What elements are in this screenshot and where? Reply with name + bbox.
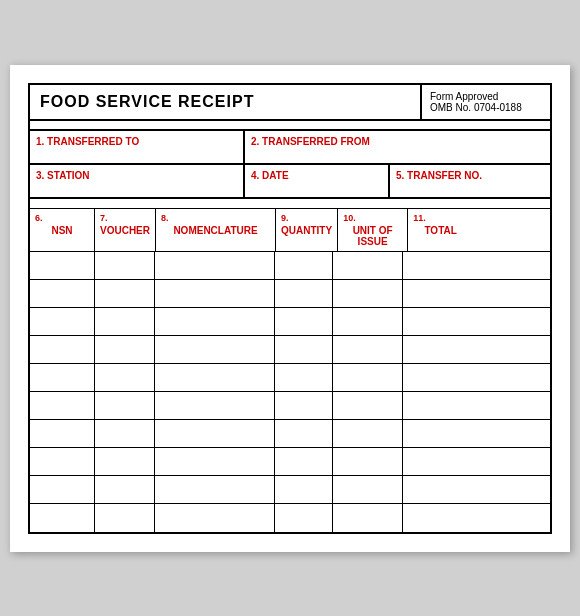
- cell-nsn[interactable]: [30, 308, 95, 335]
- cell-unit-of-issue[interactable]: [333, 476, 403, 503]
- col-num-11: 11.: [413, 213, 468, 223]
- cell-total[interactable]: [403, 308, 468, 335]
- cell-nsn[interactable]: [30, 504, 95, 532]
- cell-nsn[interactable]: [30, 448, 95, 475]
- cell-voucher[interactable]: [95, 476, 155, 503]
- cell-unit-of-issue[interactable]: [333, 504, 403, 532]
- cell-quantity[interactable]: [275, 392, 333, 419]
- cell-nsn[interactable]: [30, 364, 95, 391]
- column-headers: 6. NSN 7. VOUCHER 8. NOMENCLATURE 9. QUA…: [30, 209, 550, 252]
- cell-unit-of-issue[interactable]: [333, 420, 403, 447]
- cell-nomenclature[interactable]: [155, 280, 275, 307]
- spacer-2: [30, 199, 550, 209]
- data-rows-container: [30, 252, 550, 532]
- cell-nsn[interactable]: [30, 476, 95, 503]
- cell-nsn[interactable]: [30, 420, 95, 447]
- cell-nomenclature[interactable]: [155, 364, 275, 391]
- table-row: [30, 308, 550, 336]
- table-row: [30, 392, 550, 420]
- header-row: FOOD SERVICE RECEIPT Form Approved OMB N…: [30, 85, 550, 121]
- col-header-quantity: 9. QUANTITY: [276, 209, 338, 251]
- cell-quantity[interactable]: [275, 252, 333, 279]
- col-header-nomenclature: 8. NOMENCLATURE: [156, 209, 276, 251]
- station-cell: 3. STATION: [30, 165, 245, 197]
- table-row: [30, 448, 550, 476]
- cell-total[interactable]: [403, 280, 468, 307]
- cell-voucher[interactable]: [95, 364, 155, 391]
- cell-voucher[interactable]: [95, 392, 155, 419]
- table-row: [30, 252, 550, 280]
- col-label-nomenclature: NOMENCLATURE: [161, 225, 270, 236]
- cell-nomenclature[interactable]: [155, 252, 275, 279]
- col-num-10: 10.: [343, 213, 402, 223]
- cell-total[interactable]: [403, 364, 468, 391]
- cell-nomenclature[interactable]: [155, 448, 275, 475]
- cell-voucher[interactable]: [95, 308, 155, 335]
- cell-quantity[interactable]: [275, 504, 333, 532]
- cell-voucher[interactable]: [95, 448, 155, 475]
- cell-nsn[interactable]: [30, 336, 95, 363]
- col-num-8: 8.: [161, 213, 270, 223]
- cell-total[interactable]: [403, 336, 468, 363]
- spacer-1: [30, 121, 550, 131]
- page: FOOD SERVICE RECEIPT Form Approved OMB N…: [10, 65, 570, 552]
- form-approved-label: Form Approved: [430, 91, 542, 102]
- transfer-no-cell: 5. TRANSFER NO.: [390, 165, 550, 197]
- cell-voucher[interactable]: [95, 504, 155, 532]
- form-title: FOOD SERVICE RECEIPT: [30, 85, 420, 119]
- cell-unit-of-issue[interactable]: [333, 448, 403, 475]
- cell-quantity[interactable]: [275, 420, 333, 447]
- col-num-6: 6.: [35, 213, 89, 223]
- cell-nomenclature[interactable]: [155, 420, 275, 447]
- cell-unit-of-issue[interactable]: [333, 392, 403, 419]
- col-num-7: 7.: [100, 213, 150, 223]
- col-header-voucher: 7. VOUCHER: [95, 209, 156, 251]
- cell-quantity[interactable]: [275, 280, 333, 307]
- cell-quantity[interactable]: [275, 308, 333, 335]
- cell-quantity[interactable]: [275, 448, 333, 475]
- omb-number: OMB No. 0704-0188: [430, 102, 542, 113]
- cell-voucher[interactable]: [95, 336, 155, 363]
- cell-quantity[interactable]: [275, 364, 333, 391]
- col-label-quantity: QUANTITY: [281, 225, 332, 236]
- form: FOOD SERVICE RECEIPT Form Approved OMB N…: [28, 83, 552, 534]
- cell-voucher[interactable]: [95, 280, 155, 307]
- cell-voucher[interactable]: [95, 420, 155, 447]
- cell-nomenclature[interactable]: [155, 504, 275, 532]
- cell-unit-of-issue[interactable]: [333, 280, 403, 307]
- cell-total[interactable]: [403, 504, 468, 532]
- transferred-from-cell: 2. TRANSFERRED FROM: [245, 131, 550, 163]
- cell-nomenclature[interactable]: [155, 308, 275, 335]
- cell-nomenclature[interactable]: [155, 336, 275, 363]
- station-row: 3. STATION 4. DATE 5. TRANSFER NO.: [30, 165, 550, 199]
- cell-quantity[interactable]: [275, 336, 333, 363]
- cell-quantity[interactable]: [275, 476, 333, 503]
- cell-voucher[interactable]: [95, 252, 155, 279]
- transfer-row: 1. TRANSFERRED TO 2. TRANSFERRED FROM: [30, 131, 550, 165]
- omb-block: Form Approved OMB No. 0704-0188: [420, 85, 550, 119]
- col-header-unit-of-issue: 10. UNIT OF ISSUE: [338, 209, 408, 251]
- cell-nomenclature[interactable]: [155, 392, 275, 419]
- cell-nomenclature[interactable]: [155, 476, 275, 503]
- cell-unit-of-issue[interactable]: [333, 308, 403, 335]
- cell-total[interactable]: [403, 392, 468, 419]
- cell-total[interactable]: [403, 252, 468, 279]
- col-label-voucher: VOUCHER: [100, 225, 150, 236]
- table-row: [30, 420, 550, 448]
- cell-nsn[interactable]: [30, 392, 95, 419]
- table-row: [30, 336, 550, 364]
- date-cell: 4. DATE: [245, 165, 390, 197]
- table-row: [30, 476, 550, 504]
- cell-unit-of-issue[interactable]: [333, 364, 403, 391]
- cell-unit-of-issue[interactable]: [333, 252, 403, 279]
- cell-total[interactable]: [403, 476, 468, 503]
- cell-nsn[interactable]: [30, 252, 95, 279]
- cell-unit-of-issue[interactable]: [333, 336, 403, 363]
- cell-total[interactable]: [403, 448, 468, 475]
- col-header-nsn: 6. NSN: [30, 209, 95, 251]
- col-header-total: 11. TOTAL: [408, 209, 473, 251]
- cell-total[interactable]: [403, 420, 468, 447]
- cell-nsn[interactable]: [30, 280, 95, 307]
- table-row: [30, 364, 550, 392]
- col-num-9: 9.: [281, 213, 332, 223]
